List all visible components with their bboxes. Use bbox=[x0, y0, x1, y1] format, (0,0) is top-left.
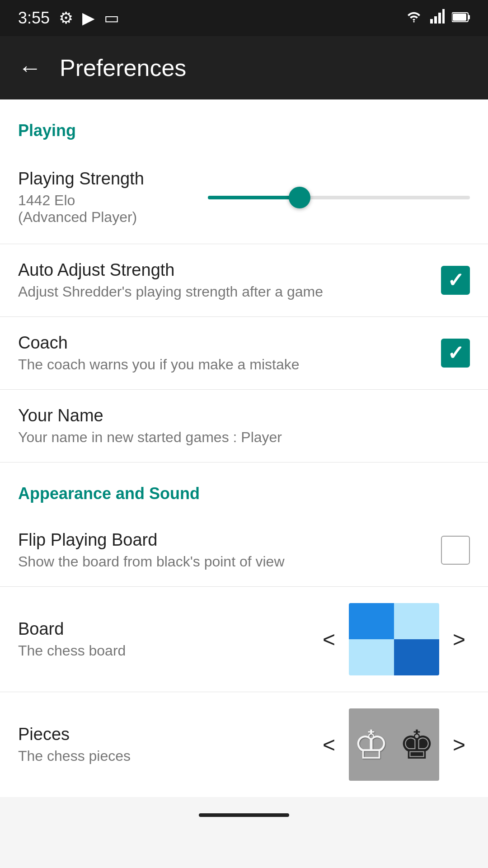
preferences-content: Playing Playing Strength 1442 Elo(Advanc… bbox=[0, 99, 488, 797]
svg-rect-3 bbox=[442, 9, 445, 24]
flip-board-subtitle: Show the board from black's point of vie… bbox=[18, 553, 441, 570]
pieces-title: Pieces bbox=[18, 725, 318, 744]
pieces-preview: ♔ ♚ bbox=[349, 708, 439, 781]
coach-check-icon: ✓ bbox=[447, 343, 464, 363]
status-bar: 3:55 ⚙ ▶ ▭ bbox=[0, 0, 488, 36]
page-title: Preferences bbox=[60, 54, 186, 81]
auto-adjust-check-icon: ✓ bbox=[447, 270, 464, 290]
board-cell-4 bbox=[394, 639, 439, 675]
setting-coach: Coach The coach warns you if you make a … bbox=[0, 317, 488, 390]
playing-strength-subtitle: 1442 Elo(Advanced Player) bbox=[18, 192, 190, 226]
board-text: Board The chess board bbox=[18, 619, 318, 659]
svg-rect-2 bbox=[438, 13, 441, 24]
board-selector: < > bbox=[318, 603, 470, 675]
auto-adjust-title: Auto Adjust Strength bbox=[18, 260, 441, 280]
app-bar: ← Preferences bbox=[0, 36, 488, 99]
flip-board-title: Flip Playing Board bbox=[18, 530, 441, 550]
black-king-icon: ♚ bbox=[399, 722, 435, 768]
auto-adjust-text: Auto Adjust Strength Adjust Shredder's p… bbox=[18, 260, 441, 300]
settings-icon: ⚙ bbox=[59, 9, 73, 28]
coach-text: Coach The coach warns you if you make a … bbox=[18, 333, 441, 373]
back-button[interactable]: ← bbox=[18, 54, 42, 81]
svg-rect-6 bbox=[453, 14, 466, 21]
svg-rect-1 bbox=[434, 16, 437, 24]
wifi-icon bbox=[405, 9, 423, 28]
pieces-subtitle: The chess pieces bbox=[18, 748, 318, 764]
board-title: Board bbox=[18, 619, 318, 639]
section-playing: Playing bbox=[0, 99, 488, 151]
slider-fill bbox=[208, 196, 300, 199]
setting-auto-adjust: Auto Adjust Strength Adjust Shredder's p… bbox=[0, 244, 488, 317]
your-name-title: Your Name bbox=[18, 406, 470, 425]
board-cell-2 bbox=[394, 603, 439, 639]
svg-rect-0 bbox=[430, 19, 433, 24]
coach-subtitle: The coach warns you if you make a mistak… bbox=[18, 356, 441, 373]
status-time: 3:55 bbox=[18, 9, 50, 28]
setting-pieces: Pieces The chess pieces < ♔ ♚ > bbox=[0, 692, 488, 797]
battery-icon bbox=[452, 9, 470, 28]
playing-strength-text: Playing Strength 1442 Elo(Advanced Playe… bbox=[18, 169, 190, 226]
pieces-text: Pieces The chess pieces bbox=[18, 725, 318, 764]
your-name-subtitle: Your name in new started games : Player bbox=[18, 429, 470, 446]
status-left: 3:55 ⚙ ▶ ▭ bbox=[18, 9, 119, 28]
pieces-next-button[interactable]: > bbox=[448, 728, 470, 762]
board-prev-button[interactable]: < bbox=[318, 623, 340, 656]
svg-rect-5 bbox=[468, 15, 470, 19]
bottom-nav-bar bbox=[0, 797, 488, 833]
playing-strength-slider-container bbox=[190, 196, 470, 199]
coach-title: Coach bbox=[18, 333, 441, 353]
board-next-button[interactable]: > bbox=[448, 623, 470, 656]
home-indicator bbox=[199, 813, 289, 817]
playing-strength-slider[interactable] bbox=[208, 196, 470, 199]
white-king-icon: ♔ bbox=[353, 722, 389, 768]
document-icon: ▭ bbox=[104, 9, 119, 28]
coach-checkbox[interactable]: ✓ bbox=[441, 339, 470, 368]
your-name-text: Your Name Your name in new started games… bbox=[18, 406, 470, 446]
flip-board-text: Flip Playing Board Show the board from b… bbox=[18, 530, 441, 570]
board-preview bbox=[349, 603, 439, 675]
pieces-prev-button[interactable]: < bbox=[318, 728, 340, 762]
status-right bbox=[405, 9, 470, 28]
signal-icon bbox=[430, 9, 445, 28]
pieces-selector: < ♔ ♚ > bbox=[318, 708, 470, 781]
auto-adjust-subtitle: Adjust Shredder's playing strength after… bbox=[18, 283, 441, 300]
board-cell-1 bbox=[349, 603, 394, 639]
setting-playing-strength: Playing Strength 1442 Elo(Advanced Playe… bbox=[0, 151, 488, 244]
auto-adjust-checkbox[interactable]: ✓ bbox=[441, 266, 470, 295]
slider-thumb[interactable] bbox=[289, 187, 310, 208]
setting-board: Board The chess board < > bbox=[0, 587, 488, 692]
section-appearance-sound: Appearance and Sound bbox=[0, 462, 488, 514]
board-cell-3 bbox=[349, 639, 394, 675]
playing-strength-title: Playing Strength bbox=[18, 169, 190, 189]
play-icon: ▶ bbox=[82, 9, 95, 28]
flip-board-checkbox[interactable]: ✓ bbox=[441, 536, 470, 565]
board-subtitle: The chess board bbox=[18, 642, 318, 659]
setting-flip-board: Flip Playing Board Show the board from b… bbox=[0, 514, 488, 587]
setting-your-name[interactable]: Your Name Your name in new started games… bbox=[0, 390, 488, 462]
